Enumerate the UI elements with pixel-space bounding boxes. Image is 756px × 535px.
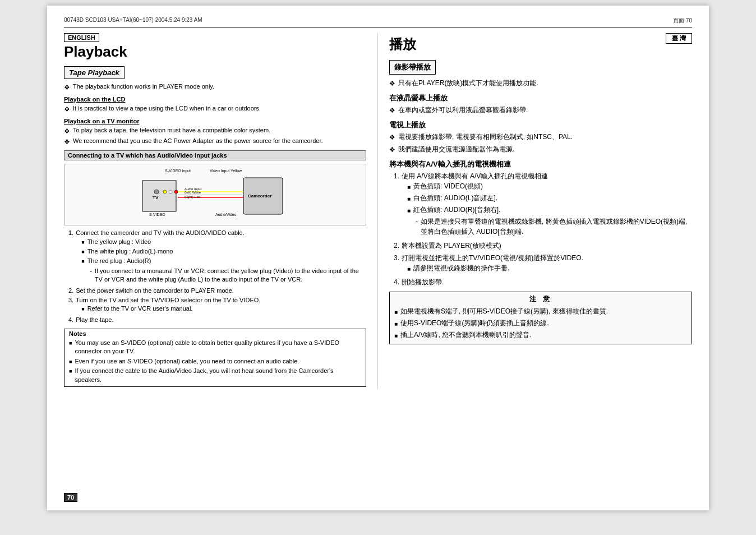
content-wrapper: ENGLISH Playback Tape Playback ❖ The pla… xyxy=(64,33,692,389)
svideo-label: S-VIDEO input xyxy=(165,169,191,173)
diagram-svg: S-VIDEO input Video Input Yellow TV Camc… xyxy=(137,167,294,223)
zh-connect-title: 將本機與有A/V輸入插孔的電視機相連 xyxy=(389,159,692,169)
connect-steps-list: 1. Connect the camcorder and TV with the… xyxy=(68,229,366,324)
connection-diagram: S-VIDEO input Video Input Yellow TV Camc… xyxy=(64,164,366,225)
diamond-icon-2: ❖ xyxy=(64,105,70,114)
zh-tv-bullet-2: ❖ 我們建議使用交流電源適配器作為電源. xyxy=(389,144,692,155)
connect-subsection-title: Connecting to a TV which has Audio/Video… xyxy=(64,150,366,160)
notes-title: Notes xyxy=(69,330,361,337)
zh-cable-bullets: ■ 黃色插頭: VIDEO(視頻) ■ 白色插頭: AUDIO(L)音頻左]. … xyxy=(407,181,692,237)
zh-lcd-title: 在液晶螢幕上播放 xyxy=(389,93,692,103)
svideo-port xyxy=(154,190,159,194)
step-3: 3. Turn on the TV and set the TV/VIDEO s… xyxy=(68,296,366,315)
lcd-bullet: ❖ It is practical to view a tape using t… xyxy=(64,104,366,114)
zh-tv-bullet-1: ❖ 電視要播放錄影帶, 電視要有相同彩色制式, 如NTSC、PAL. xyxy=(389,132,692,142)
zh-tv-title: 電視上播放 xyxy=(389,120,692,130)
red-port xyxy=(174,190,178,193)
zh-step-2: 2. 將本機設置為 PLAYER(放映模式) xyxy=(394,241,692,251)
white-plug-bullet: ■ The white plug : Audio(L)-mono xyxy=(81,247,366,256)
tv-text: TV xyxy=(153,195,159,200)
zh-lcd-bullet: ❖ 在車內或室外可以利用液晶螢幕觀看錄影帶. xyxy=(389,105,692,116)
zh-refer-bullet: ■ 請參照電視或錄影機的操作手冊. xyxy=(407,263,583,273)
diamond-icon-4: ❖ xyxy=(64,137,70,147)
page-number: 70 xyxy=(64,493,77,502)
tape-section-title: Tape Playback xyxy=(64,66,125,79)
zh-sub-bullet: - 如果是連接只有單聲道的電視機或錄影機, 將黃色插頭插入電視或錄影機的VIDE… xyxy=(416,216,692,237)
monaural-bullet: - If you connect to a monaural TV or VCR… xyxy=(90,267,366,284)
zh-step-3: 3. 打開電視並把電視上的TV/VIDEO(電視/視頻)選擇置於VIDEO. ■… xyxy=(394,253,692,275)
yellow-plug-bullet: ■ The yellow plug : Video xyxy=(81,238,366,246)
camcorder-text: Camcorder xyxy=(248,193,271,199)
tv-bullet-1: ❖ To play back a tape, the television mu… xyxy=(64,126,366,136)
english-badge: ENGLISH xyxy=(64,33,99,42)
note-2: ■ Even if you use an S-VIDEO (optional) … xyxy=(69,357,361,366)
zh-tape-section-title: 錄影帶播放 xyxy=(389,60,436,75)
zh-note-1: ■ 如果電視機有S端子, 則可用S-VIDEO接子線(另購), 來獲得較佳的畫質… xyxy=(394,306,687,316)
taiwan-badge: 臺 灣 xyxy=(666,33,692,44)
yellow-port xyxy=(163,190,167,193)
top-bar-right: 頁面 70 xyxy=(673,17,692,25)
step-1: 1. Connect the camcorder and TV with the… xyxy=(68,229,366,285)
note-1: ■ You may use an S-VIDEO (optional) cabl… xyxy=(69,339,361,356)
zh-note-3: ■ 插上A/V線時, 您不會聽到本機喇叭引的聲音. xyxy=(394,330,687,340)
notes-box: Notes ■ You may use an S-VIDEO (optional… xyxy=(64,329,366,387)
lcd-subsection-title: Playback on the LCD xyxy=(64,96,366,103)
top-bar: 00743D SCD103 USA+TAI(60~107) 2004.5.24 … xyxy=(64,17,692,27)
top-bar-left: 00743D SCD103 USA+TAI(60~107) 2004.5.24 … xyxy=(64,17,202,25)
zh-note-2: ■ 使用S-VIDEO端子線(另購)時仍須要插上音頻的線. xyxy=(394,318,687,328)
zh-step-1: 1. 使用 A/V線將本機與有 A/V輸入插孔的電視機相連 ■ 黃色插頭: VI… xyxy=(394,171,692,238)
right-column: 播放 臺 灣 錄影帶播放 ❖ 只有在PLAYER(放映)模式下才能使用播放功能.… xyxy=(378,33,692,389)
cable-bullets: ■ The yellow plug : Video ■ The white pl… xyxy=(81,238,366,284)
zh-white-bullet: ■ 白色插頭: AUDIO(L)音頻左]. xyxy=(407,193,692,203)
tv-box xyxy=(142,181,176,211)
cable-red-label: (right) Red xyxy=(185,195,200,199)
tv-subsection-title: Playback on a TV monitor xyxy=(64,118,366,124)
step-2: 2. Set the power switch on the camcorder… xyxy=(68,287,366,295)
main-title-zh: 播放 xyxy=(389,35,416,53)
svideo-bottom-label: S-VIDEO xyxy=(149,213,165,216)
step-4: 4. Play the tape. xyxy=(68,316,366,324)
zh-connect-steps: 1. 使用 A/V線將本機與有 A/V輸入插孔的電視機相連 ■ 黃色插頭: VI… xyxy=(394,171,692,287)
diamond-icon: ❖ xyxy=(64,83,70,93)
note-3: ■ If you connect the cable to the Audio/… xyxy=(69,367,361,384)
tv-bullet-2: ❖ We recommend that you use the AC Power… xyxy=(64,137,366,147)
video-input-label: Video Input Yellow xyxy=(210,169,242,173)
zh-yellow-bullet: ■ 黃色插頭: VIDEO(視頻) xyxy=(407,181,692,191)
refer-bullets: ■ Refer to the TV or VCR user's manual. xyxy=(81,305,260,313)
left-column: ENGLISH Playback Tape Playback ❖ The pla… xyxy=(64,33,378,389)
zh-step-4: 4. 開始播放影帶. xyxy=(394,277,692,287)
zh-red-bullet: ■ 紅色插頭: AUDIO(R)[音頻右]. xyxy=(407,205,692,215)
red-plug-bullet: ■ The red plug : Audio(R) xyxy=(81,257,366,265)
diamond-icon-3: ❖ xyxy=(64,127,70,136)
zh-notes-title: 注 意 xyxy=(394,294,687,304)
main-title-english: Playback xyxy=(64,43,366,61)
zh-notes-box: 注 意 ■ 如果電視機有S端子, 則可用S-VIDEO接子線(另購), 來獲得較… xyxy=(389,292,692,344)
zh-refer-bullets: ■ 請參照電視或錄影機的操作手冊. xyxy=(407,263,583,273)
cable-white-label: (left) White xyxy=(185,191,201,194)
playback-function-bullet: ❖ The playback function works in PLAYER … xyxy=(64,82,366,93)
audiovideo-label: Audio/Video xyxy=(215,213,237,216)
refer-bullet: ■ Refer to the TV or VCR user's manual. xyxy=(81,305,260,313)
zh-bullet-1: ❖ 只有在PLAYER(放映)模式下才能使用播放功能. xyxy=(389,78,692,89)
white-port xyxy=(169,190,172,193)
page-container: 00743D SCD103 USA+TAI(60~107) 2004.5.24 … xyxy=(47,6,709,510)
zh-header: 播放 臺 灣 xyxy=(389,33,692,59)
english-header: ENGLISH Playback xyxy=(64,33,366,61)
